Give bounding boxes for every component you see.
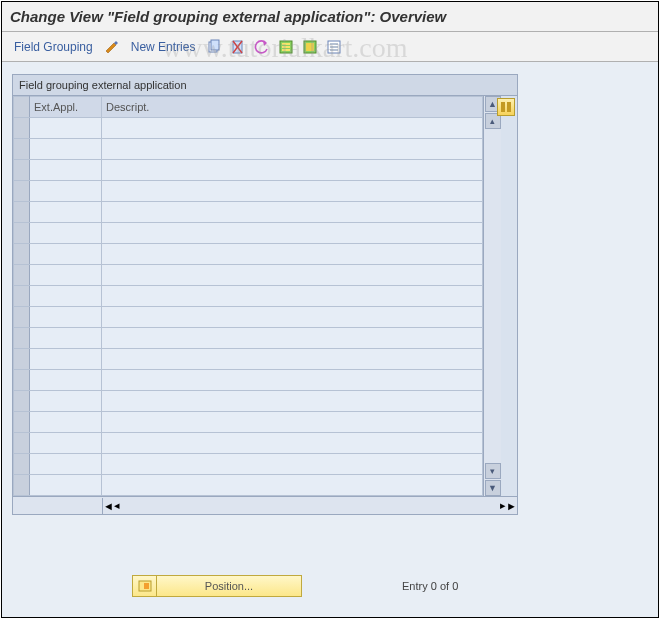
table-row[interactable] [14, 328, 483, 349]
cell-ext-appl[interactable] [30, 160, 102, 181]
table-row[interactable] [14, 412, 483, 433]
scroll-left-icon[interactable]: ◄ [103, 500, 114, 512]
row-selector[interactable] [14, 244, 30, 265]
scroll-down-icon[interactable]: ▼ [485, 480, 501, 496]
row-selector[interactable] [14, 139, 30, 160]
svg-rect-1 [211, 40, 219, 50]
cell-ext-appl[interactable] [30, 370, 102, 391]
table-row[interactable] [14, 265, 483, 286]
cell-ext-appl[interactable] [30, 412, 102, 433]
cell-descript[interactable] [102, 223, 483, 244]
table-row[interactable] [14, 286, 483, 307]
footer: Position... Entry 0 of 0 [2, 575, 658, 597]
field-grouping-button[interactable]: Field Grouping [10, 38, 97, 56]
grid-caption: Field grouping external application [13, 75, 517, 96]
cell-ext-appl[interactable] [30, 349, 102, 370]
cell-ext-appl[interactable] [30, 181, 102, 202]
table-row[interactable] [14, 391, 483, 412]
horizontal-scrollbar[interactable]: ◄ ◂ ▸ ► [12, 497, 518, 515]
cell-descript[interactable] [102, 349, 483, 370]
scroll-right-icon[interactable]: ► [506, 500, 517, 512]
row-selector[interactable] [14, 265, 30, 286]
row-selector[interactable] [14, 370, 30, 391]
row-selector[interactable] [14, 433, 30, 454]
cell-ext-appl[interactable] [30, 286, 102, 307]
row-selector[interactable] [14, 160, 30, 181]
cell-descript[interactable] [102, 412, 483, 433]
table-row[interactable] [14, 433, 483, 454]
row-selector[interactable] [14, 202, 30, 223]
table-row[interactable] [14, 139, 483, 160]
svg-rect-6 [282, 43, 290, 45]
cell-ext-appl[interactable] [30, 391, 102, 412]
delete-icon[interactable] [229, 38, 247, 56]
cell-ext-appl[interactable] [30, 475, 102, 496]
toolbar: Field Grouping New Entries [2, 32, 658, 62]
cell-descript[interactable] [102, 118, 483, 139]
cell-ext-appl[interactable] [30, 139, 102, 160]
position-icon [133, 576, 157, 596]
row-selector[interactable] [14, 307, 30, 328]
cell-descript[interactable] [102, 328, 483, 349]
rowsel-header[interactable] [14, 97, 30, 118]
cell-descript[interactable] [102, 139, 483, 160]
cell-descript[interactable] [102, 202, 483, 223]
row-selector[interactable] [14, 391, 30, 412]
table-row[interactable] [14, 475, 483, 496]
toggle-edit-icon[interactable] [103, 38, 121, 56]
table-row[interactable] [14, 181, 483, 202]
table-row[interactable] [14, 307, 483, 328]
cell-ext-appl[interactable] [30, 433, 102, 454]
cell-descript[interactable] [102, 475, 483, 496]
table-row[interactable] [14, 160, 483, 181]
cell-ext-appl[interactable] [30, 265, 102, 286]
vertical-scrollbar[interactable]: ▲ ▴ ▾ ▼ [483, 96, 501, 496]
table-row[interactable] [14, 202, 483, 223]
cell-descript[interactable] [102, 391, 483, 412]
row-selector[interactable] [14, 181, 30, 202]
position-button[interactable]: Position... [132, 575, 302, 597]
table-row[interactable] [14, 370, 483, 391]
table-row[interactable] [14, 118, 483, 139]
cell-ext-appl[interactable] [30, 328, 102, 349]
row-selector[interactable] [14, 223, 30, 244]
cell-descript[interactable] [102, 454, 483, 475]
table-row[interactable] [14, 349, 483, 370]
configure-columns-icon[interactable] [497, 98, 515, 116]
select-block-icon[interactable] [301, 38, 319, 56]
cell-descript[interactable] [102, 265, 483, 286]
cell-descript[interactable] [102, 370, 483, 391]
table-row[interactable] [14, 244, 483, 265]
select-all-icon[interactable] [277, 38, 295, 56]
row-selector[interactable] [14, 349, 30, 370]
copy-icon[interactable] [205, 38, 223, 56]
row-selector[interactable] [14, 475, 30, 496]
cell-ext-appl[interactable] [30, 244, 102, 265]
column-ext-appl[interactable]: Ext.Appl. [30, 97, 102, 118]
deselect-all-icon[interactable] [325, 38, 343, 56]
cell-descript[interactable] [102, 286, 483, 307]
column-descript[interactable]: Descript. [102, 97, 483, 118]
row-selector[interactable] [14, 454, 30, 475]
cell-descript[interactable] [102, 433, 483, 454]
cell-ext-appl[interactable] [30, 454, 102, 475]
new-entries-button[interactable]: New Entries [127, 38, 200, 56]
cell-descript[interactable] [102, 160, 483, 181]
cell-ext-appl[interactable] [30, 202, 102, 223]
undo-icon[interactable] [253, 38, 271, 56]
row-selector[interactable] [14, 286, 30, 307]
table-row[interactable] [14, 454, 483, 475]
cell-ext-appl[interactable] [30, 118, 102, 139]
grid-container: Field grouping external application Ext.… [12, 74, 518, 497]
row-selector[interactable] [14, 412, 30, 433]
entry-counter: Entry 0 of 0 [402, 580, 458, 592]
row-selector[interactable] [14, 328, 30, 349]
scroll-pgdn-icon[interactable]: ▾ [485, 463, 501, 479]
cell-descript[interactable] [102, 244, 483, 265]
cell-descript[interactable] [102, 307, 483, 328]
row-selector[interactable] [14, 118, 30, 139]
cell-ext-appl[interactable] [30, 307, 102, 328]
table-row[interactable] [14, 223, 483, 244]
cell-descript[interactable] [102, 181, 483, 202]
cell-ext-appl[interactable] [30, 223, 102, 244]
